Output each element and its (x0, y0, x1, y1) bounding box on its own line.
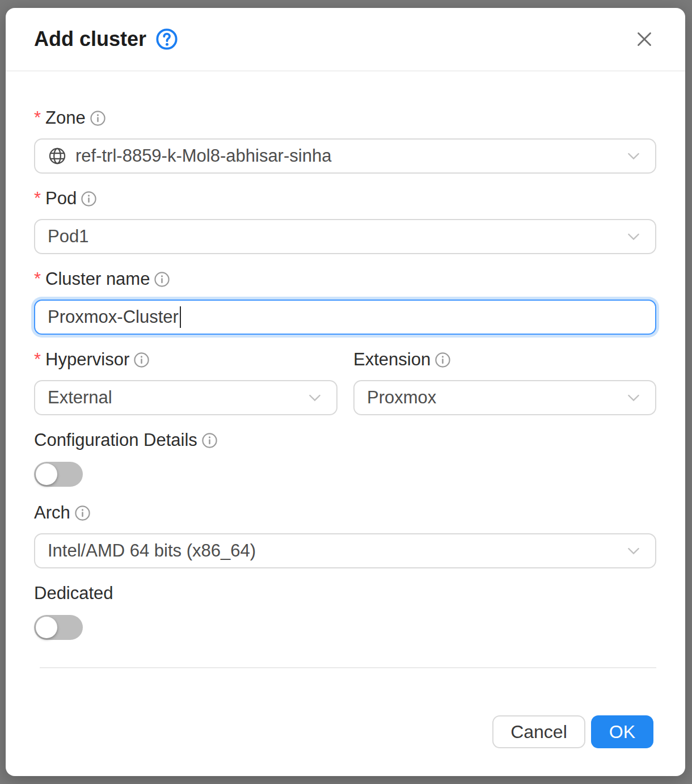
zone-label: Zone (45, 108, 86, 128)
required-mark: * (34, 269, 41, 289)
globe-icon (48, 146, 67, 166)
form-item-zone: * Zone ref-t (34, 108, 656, 174)
form-item-configuration-details: Configuration Details (34, 430, 656, 487)
arch-label: Arch (34, 503, 70, 523)
cluster-name-input-value: Proxmox-Cluster (48, 307, 179, 327)
arch-label-row: Arch (34, 503, 656, 523)
info-icon[interactable] (434, 352, 451, 368)
cancel-button[interactable]: Cancel (492, 715, 585, 748)
form-item-cluster-name: * Cluster name Proxmox-Cluster (34, 269, 656, 335)
close-icon[interactable] (632, 27, 657, 52)
extension-label-row: Extension (353, 349, 656, 370)
add-cluster-form: * Zone ref-t (6, 71, 685, 640)
pod-label-row: * Pod (34, 188, 656, 209)
modal-footer: Cancel OK (492, 715, 653, 748)
cluster-name-label: Cluster name (45, 269, 150, 289)
configuration-details-toggle[interactable] (34, 462, 83, 487)
configuration-details-label-row: Configuration Details (34, 430, 656, 450)
info-icon[interactable] (154, 271, 170, 288)
chevron-down-icon (625, 227, 643, 246)
zone-select-value: ref-trl-8859-k-Mol8-abhisar-sinha (75, 146, 618, 166)
modal-title-wrap: Add cluster (34, 27, 178, 51)
arch-select-value: Intel/AMD 64 bits (x86_64) (48, 541, 618, 561)
required-mark: * (34, 108, 41, 128)
form-item-dedicated: Dedicated (34, 583, 656, 640)
hypervisor-label-row: * Hypervisor (34, 349, 337, 370)
dedicated-label-row: Dedicated (34, 583, 656, 604)
dedicated-label: Dedicated (34, 583, 113, 604)
info-icon[interactable] (81, 191, 97, 207)
form-item-pod: * Pod Pod1 (34, 188, 656, 254)
cluster-name-label-row: * Cluster name (34, 269, 656, 289)
cluster-name-input[interactable]: Proxmox-Cluster (34, 300, 656, 335)
chevron-down-icon (625, 147, 643, 165)
hypervisor-select-value: External (48, 387, 299, 408)
configuration-details-label: Configuration Details (34, 430, 197, 450)
info-icon[interactable] (74, 505, 91, 521)
extension-label: Extension (353, 349, 431, 370)
form-item-extension: Extension Proxmox (353, 349, 656, 415)
required-mark: * (34, 349, 41, 370)
text-cursor (180, 306, 181, 328)
toggle-knob (36, 617, 57, 638)
required-mark: * (34, 188, 41, 209)
pod-select[interactable]: Pod1 (34, 219, 656, 254)
pod-label: Pod (45, 188, 77, 209)
chevron-down-icon (625, 542, 643, 560)
add-cluster-modal: Add cluster * Zone (6, 8, 685, 776)
footer-divider (40, 667, 656, 668)
arch-select[interactable]: Intel/AMD 64 bits (x86_64) (34, 533, 656, 568)
ok-button[interactable]: OK (591, 715, 653, 748)
zone-label-row: * Zone (34, 108, 656, 128)
hypervisor-select[interactable]: External (34, 380, 337, 415)
hypervisor-label: Hypervisor (45, 349, 129, 370)
modal-title: Add cluster (34, 27, 146, 51)
info-icon[interactable] (201, 432, 218, 449)
pod-select-value: Pod1 (48, 226, 618, 247)
form-item-hypervisor: * Hypervisor External (34, 349, 337, 415)
info-icon[interactable] (90, 110, 106, 127)
help-question-icon[interactable] (155, 28, 178, 50)
form-item-arch: Arch Intel/AMD 64 bits (x86_64) (34, 503, 656, 568)
chevron-down-icon (625, 389, 643, 407)
dedicated-toggle[interactable] (34, 615, 83, 640)
extension-select-value: Proxmox (367, 387, 618, 408)
toggle-knob (36, 463, 57, 485)
info-icon[interactable] (133, 352, 150, 368)
extension-select[interactable]: Proxmox (353, 380, 656, 415)
zone-select[interactable]: ref-trl-8859-k-Mol8-abhisar-sinha (34, 138, 656, 174)
chevron-down-icon (306, 389, 324, 407)
hypervisor-extension-row: * Hypervisor External (34, 349, 656, 415)
modal-header: Add cluster (6, 8, 685, 71)
